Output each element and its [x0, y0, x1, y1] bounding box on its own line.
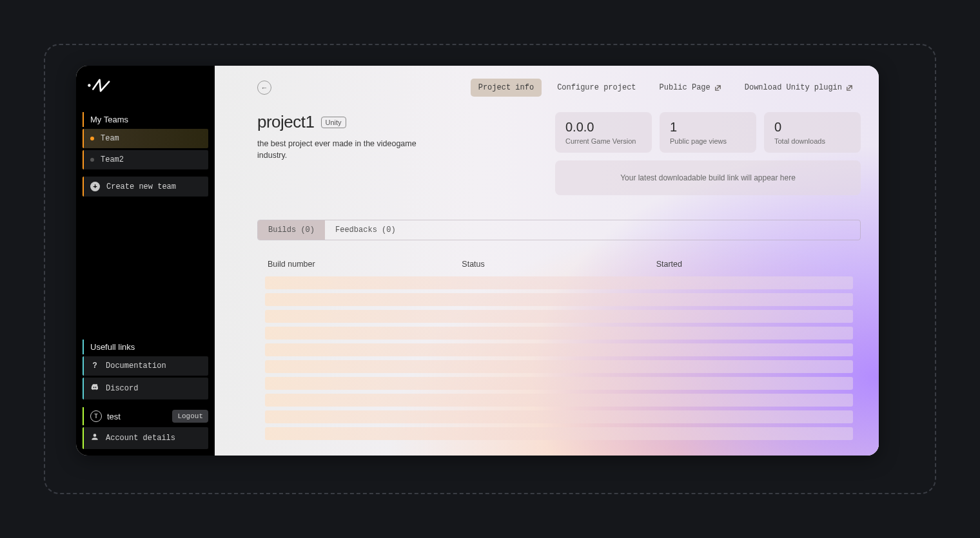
table-row: [265, 360, 853, 373]
table-row: [265, 310, 853, 323]
main-area: ← Project info Configure project Public …: [215, 66, 879, 456]
logo-icon: [86, 76, 115, 97]
stat-card-version: 0.0.0 Current Game Version: [555, 112, 652, 153]
app-logo: [83, 75, 208, 106]
user-icon: [90, 432, 99, 444]
table-row: [265, 293, 853, 306]
nav-configure-project[interactable]: Configure project: [549, 79, 643, 97]
team-list: Team Team2 + Create new team: [83, 129, 208, 197]
discord-icon: [90, 383, 99, 394]
plus-icon: +: [90, 182, 100, 191]
sidebar-item-discord[interactable]: Discord: [83, 378, 208, 399]
stat-card-views: 1 Public page views: [660, 112, 756, 153]
back-button[interactable]: ←: [257, 81, 271, 95]
sidebar-item-label: Discord: [106, 384, 138, 393]
top-nav: ← Project info Configure project Public …: [257, 79, 861, 97]
sidebar-heading-links: Usefull links: [83, 340, 208, 354]
nav-project-info[interactable]: Project info: [471, 79, 542, 97]
nav-download-plugin[interactable]: Download Unity plugin: [737, 79, 861, 97]
sidebar-heading-teams: My Teams: [83, 112, 208, 127]
stat-value: 0.0.0: [565, 120, 642, 135]
engine-badge: Unity: [321, 117, 346, 128]
arrow-left-icon: ←: [261, 84, 268, 91]
table-header-row: Build number Status Started: [265, 260, 853, 276]
project-title: project1: [257, 112, 315, 132]
sidebar-item-label: Team: [101, 134, 119, 143]
username-label: test: [107, 412, 121, 421]
sidebar-item-team[interactable]: Team: [83, 129, 208, 148]
sidebar-item-label: Create new team: [106, 182, 176, 191]
stat-label: Public page views: [670, 137, 746, 145]
stat-card-downloads: 0 Total downloads: [764, 112, 861, 153]
sidebar-item-team2[interactable]: Team2: [83, 150, 208, 169]
app-window: My Teams Team Team2 + Create new team Us…: [76, 66, 879, 456]
create-team-button[interactable]: + Create new team: [83, 177, 208, 197]
nav-label: Public Page: [660, 83, 710, 92]
stat-label: Current Game Version: [565, 137, 642, 145]
external-link-icon: [846, 84, 853, 91]
links-list: ? Documentation Discord: [83, 356, 208, 399]
stat-label: Total downloads: [774, 137, 850, 145]
nav-label: Project info: [478, 83, 534, 92]
user-avatar-badge: T: [90, 410, 102, 422]
table-row: [265, 377, 853, 390]
logout-button[interactable]: Logout: [172, 410, 208, 423]
col-build-number: Build number: [268, 260, 462, 269]
question-icon: ?: [90, 361, 99, 370]
table-row: [265, 327, 853, 340]
tab-feedbacks[interactable]: Feedbacks (0): [325, 220, 406, 240]
tab-builds[interactable]: Builds (0): [258, 220, 325, 240]
tabs-bar: Builds (0) Feedbacks (0): [257, 220, 861, 240]
nav-public-page[interactable]: Public Page: [652, 79, 729, 97]
sidebar: My Teams Team Team2 + Create new team Us…: [76, 66, 215, 456]
table-row: [265, 410, 853, 423]
sidebar-item-label: Account details: [106, 434, 175, 443]
sidebar-item-account-details[interactable]: Account details: [83, 427, 208, 449]
table-row: [265, 276, 853, 289]
stats-row: 0.0.0 Current Game Version 1 Public page…: [555, 112, 861, 153]
table-row: [265, 394, 853, 407]
dot-active-icon: [90, 137, 94, 140]
svg-point-0: [88, 84, 90, 86]
nav-label: Download Unity plugin: [745, 83, 842, 92]
build-link-banner: Your latest downloadable build link will…: [555, 160, 861, 195]
nav-label: Configure project: [557, 83, 636, 92]
external-link-icon: [714, 84, 721, 91]
project-description: the best project ever made in the videog…: [257, 139, 438, 161]
col-status: Status: [462, 260, 656, 269]
dot-inactive-icon: [90, 158, 94, 162]
sidebar-item-documentation[interactable]: ? Documentation: [83, 356, 208, 376]
col-started: Started: [656, 260, 850, 269]
sidebar-item-label: Team2: [101, 155, 124, 164]
table-row: [265, 427, 853, 440]
sidebar-item-label: Documentation: [106, 361, 166, 370]
project-header: project1 Unity the best project ever mad…: [257, 112, 861, 195]
table-row: [265, 343, 853, 356]
sidebar-heading-account: T test Logout: [83, 407, 208, 425]
stat-value: 0: [774, 120, 850, 135]
builds-table: Build number Status Started: [257, 260, 861, 440]
account-list: Account details: [83, 427, 208, 449]
table-body: [265, 276, 853, 440]
stat-value: 1: [670, 120, 746, 135]
